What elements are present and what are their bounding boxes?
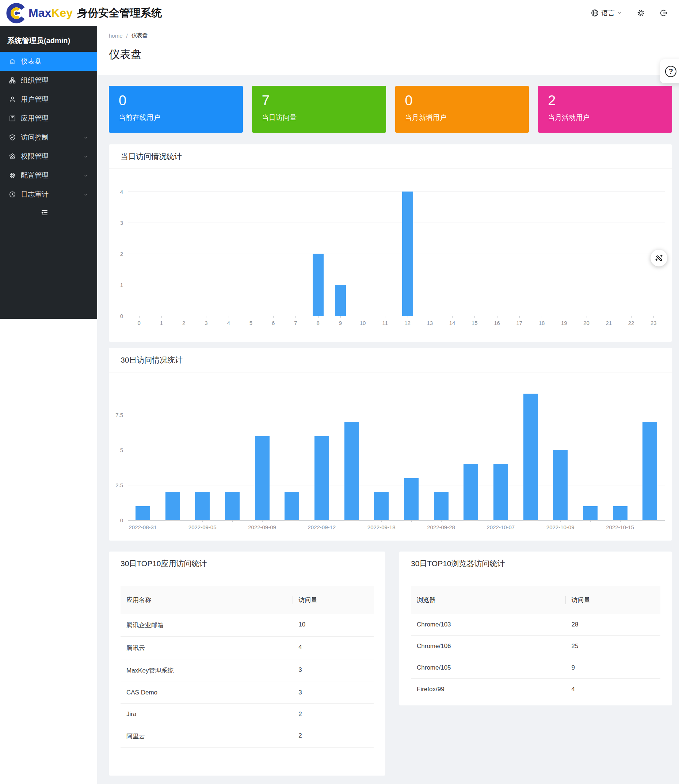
sidebar-item-1[interactable]: 仪表盘 (0, 52, 97, 71)
sidebar-item-3[interactable]: 用户管理 (0, 90, 97, 109)
help-button[interactable]: ? (660, 59, 679, 83)
bar (335, 285, 346, 316)
x-axis-tick-label: 6 (272, 320, 275, 326)
logout-icon (660, 9, 668, 17)
chevron-down-icon (83, 135, 88, 140)
chevron-down-icon (617, 11, 622, 15)
sidebar-item-6[interactable]: 权限管理 (0, 147, 97, 166)
monthly-visits-chart-card: 30日访问情况统计 02.557.52022-08-312022-09-0520… (109, 348, 672, 541)
table-row: 阿里云2 (120, 725, 374, 748)
bar (195, 492, 210, 520)
gear-icon (9, 172, 16, 179)
x-axis-tick-label: 21 (606, 320, 612, 326)
clock-icon (9, 191, 16, 198)
app-header: Max Key 身份安全管理系统 语言 (0, 0, 679, 26)
x-axis-tick-label: 2 (182, 320, 185, 326)
logout-button[interactable] (660, 9, 668, 17)
table-column-header: 访问量 (565, 586, 660, 614)
x-axis-tick (173, 520, 173, 522)
stat-cards-row: 0当前在线用户7当日访问量0当月新增用户2当月活动用户 (109, 86, 672, 133)
table-cell-name: Chrome/106 (411, 636, 565, 657)
bar (553, 450, 568, 520)
table-title: 30日TOP10浏览器访问统计 (411, 558, 505, 569)
settings-button[interactable] (637, 9, 645, 17)
card-header: 当日访问情况统计 (109, 144, 672, 169)
x-axis-tick (590, 520, 591, 522)
table-header-row: 浏览器访问量 (411, 586, 660, 614)
x-axis-tick-label: 7 (294, 320, 297, 326)
x-axis-tick (143, 520, 143, 522)
table-row: Chrome/10625 (411, 636, 660, 657)
cluster-icon (9, 77, 16, 84)
maxkey-logo-icon (6, 3, 27, 24)
sidebar-item-8[interactable]: 日志审计 (0, 185, 97, 204)
sidebar-menu-items: 仪表盘组织管理用户管理应用管理访问控制权限管理配置管理日志审计 (0, 52, 97, 204)
breadcrumb-current: 仪表盘 (131, 32, 148, 39)
chart-title: 当日访问情况统计 (120, 151, 182, 162)
x-axis-tick-label: 2022-09-05 (188, 524, 217, 530)
x-axis-tick (139, 316, 139, 318)
stat-label: 当月活动用户 (548, 113, 662, 122)
chart-title: 30日访问情况统计 (120, 355, 183, 365)
today-visits-chart-card: 当日访问情况统计 0123401234567891011121314151617… (109, 144, 672, 342)
card-header: 30日TOP10浏览器访问统计 (399, 552, 672, 576)
breadcrumb-separator: / (127, 33, 128, 39)
table-row: Chrome/1059 (411, 657, 660, 679)
x-axis-tick (340, 316, 341, 318)
card-header: 30日TOP10应用访问统计 (109, 552, 385, 576)
menu-fold-button[interactable] (40, 209, 49, 217)
x-axis-tick (411, 520, 411, 522)
stat-card-2: 7当日访问量 (252, 86, 386, 133)
gear-icon (637, 9, 645, 17)
x-axis-tick-label: 2022-10-07 (487, 524, 515, 530)
top-apps-table: 应用名称访问量腾讯企业邮箱10腾讯云4MaxKey管理系统3CAS Demo3J… (120, 586, 374, 748)
y-axis-tick-label: 1 (120, 282, 123, 288)
table-cell-value: 25 (565, 636, 660, 657)
bar (434, 492, 449, 520)
chart-body: 0123401234567891011121314151617181920212… (109, 191, 672, 316)
sidebar-item-label: 访问控制 (21, 133, 48, 142)
x-axis-tick (381, 520, 382, 522)
header-actions: 语言 (591, 9, 668, 17)
user-icon (9, 96, 16, 103)
table-cell-value: 3 (293, 659, 374, 682)
question-circle-icon: ? (665, 66, 676, 77)
x-axis-line (128, 520, 665, 521)
x-axis-tick (385, 316, 385, 318)
gridline (128, 485, 665, 485)
table-title: 30日TOP10应用访问统计 (120, 558, 207, 569)
sidebar-item-7[interactable]: 配置管理 (0, 166, 97, 185)
content-body: 0当前在线用户7当日访问量0当月新增用户2当月活动用户 当日访问情况统计 012… (97, 75, 679, 776)
x-axis-tick-label: 10 (360, 320, 366, 326)
x-axis-tick-label: 14 (449, 320, 455, 326)
theme-wand-button[interactable] (651, 249, 667, 267)
chart-body: 02.557.52022-08-312022-09-052022-09-0920… (109, 380, 672, 520)
sidebar-item-5[interactable]: 访问控制 (0, 128, 97, 147)
chevron-down-icon (83, 154, 88, 159)
x-axis-tick (430, 316, 430, 318)
x-axis-tick-label: 18 (539, 320, 545, 326)
main-layout: 系统管理员(admin) 仪表盘组织管理用户管理应用管理访问控制权限管理配置管理… (0, 26, 679, 784)
language-menu-button[interactable]: 语言 (591, 9, 622, 17)
x-axis-tick-label: 0 (137, 320, 140, 326)
sidebar-item-4[interactable]: 应用管理 (0, 109, 97, 128)
breadcrumb-home-link[interactable]: home (109, 33, 123, 39)
x-axis-tick (318, 316, 319, 318)
x-axis-tick (262, 520, 263, 522)
x-axis-tick (609, 316, 609, 318)
x-axis-tick-label: 12 (404, 320, 410, 326)
x-axis-tick-label: 23 (651, 320, 657, 326)
stat-value: 0 (405, 92, 519, 110)
x-axis-tick (564, 316, 564, 318)
globe-icon (591, 9, 599, 17)
table-row: Chrome/10328 (411, 614, 660, 636)
stat-label: 当月新增用户 (405, 113, 519, 122)
x-axis-tick (441, 520, 441, 522)
sidebar-item-2[interactable]: 组织管理 (0, 71, 97, 90)
sidebar-item-label: 日志审计 (21, 190, 48, 199)
bar (344, 422, 359, 520)
table-column-header: 应用名称 (120, 586, 293, 614)
bar (374, 492, 389, 520)
y-axis-tick-label: 2 (120, 251, 123, 257)
table-cell-value: 3 (293, 682, 374, 703)
